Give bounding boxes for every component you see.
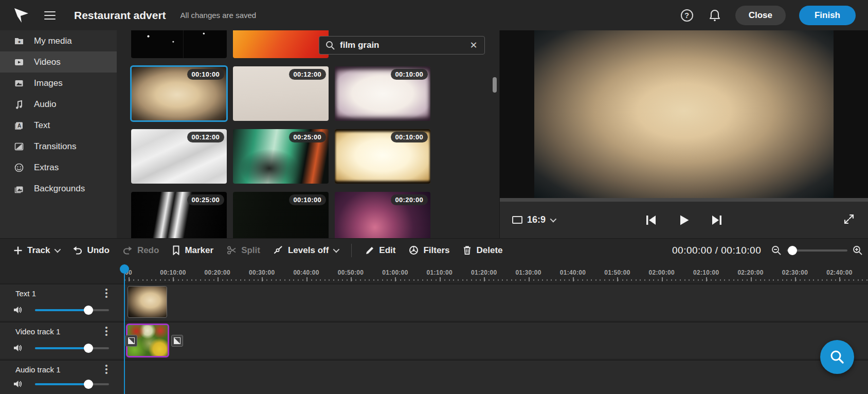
track-options-kebab-icon[interactable]: ••• xyxy=(102,288,111,298)
sidebar-item-label: Backgrounds xyxy=(34,184,85,194)
media-thumbnail-cream-frame-video[interactable]: 00:10:00 xyxy=(335,129,430,184)
ruler-ticks xyxy=(124,279,868,281)
aspect-ratio-button[interactable]: 16:9 xyxy=(512,214,555,225)
toolbar-button-label: Edit xyxy=(379,245,395,256)
ruler-label: 02:00:00 xyxy=(649,269,675,276)
fullscreen-button[interactable] xyxy=(843,213,855,227)
project-title[interactable]: Restaurant advert xyxy=(74,9,166,22)
search-input[interactable] xyxy=(340,40,468,50)
seek-bar[interactable] xyxy=(500,198,868,202)
media-thumbnail-teal-grunge-video[interactable]: 00:25:00 xyxy=(233,129,329,184)
track-button[interactable]: Track xyxy=(13,245,59,256)
preview-video-frame[interactable] xyxy=(534,30,834,198)
sidebar-item-audio[interactable]: Audio xyxy=(0,94,117,115)
media-thumbnail-warm-vignette-video[interactable]: 00:10:00 xyxy=(131,66,227,121)
ruler-label: 00:20:00 xyxy=(205,269,230,276)
sidebar-item-text[interactable]: AText xyxy=(0,115,117,136)
volume-speaker-icon[interactable] xyxy=(13,305,23,317)
filters-button[interactable]: Filters xyxy=(409,245,449,256)
images-icon xyxy=(13,78,25,89)
finish-button[interactable]: Finish xyxy=(799,6,856,25)
ruler-major-tick xyxy=(218,277,219,281)
timeline-zoom-slider[interactable] xyxy=(787,249,847,252)
timeline-ruler[interactable]: 0000:10:0000:20:0000:30:0000:40:0000:50:… xyxy=(0,262,868,283)
close-button[interactable]: Close xyxy=(735,6,786,25)
chevron-down-icon xyxy=(333,246,340,253)
redo-button[interactable]: Redo xyxy=(123,245,159,256)
ruler-major-tick xyxy=(129,277,130,281)
zoom-out-icon[interactable] xyxy=(771,245,782,256)
volume-slider[interactable] xyxy=(35,347,109,349)
app-logo[interactable] xyxy=(12,7,30,24)
toolbar-button-label: Track xyxy=(27,245,50,256)
volume-speaker-icon[interactable] xyxy=(13,379,23,391)
ruler-major-tick xyxy=(795,277,796,281)
sidebar-item-extras[interactable]: Extras xyxy=(0,157,117,178)
ruler-major-tick xyxy=(662,277,663,281)
volume-slider-knob[interactable] xyxy=(84,306,93,315)
timeline-lane-video-track-1[interactable]: Video track 1••• xyxy=(0,321,868,359)
split-button[interactable]: Split xyxy=(227,245,260,256)
ruler-major-tick xyxy=(617,277,618,281)
transition-slot-icon[interactable] xyxy=(125,335,137,347)
hamburger-menu-icon[interactable] xyxy=(44,11,56,20)
playhead-knob[interactable] xyxy=(120,264,129,274)
sidebar-item-my-media[interactable]: ★My media xyxy=(0,30,117,51)
track-header: Video track 1••• xyxy=(0,323,117,359)
audio-note-icon xyxy=(13,99,25,110)
transition-slot-icon[interactable] xyxy=(171,335,183,347)
zoom-in-icon[interactable] xyxy=(853,245,863,256)
clear-search-icon[interactable]: ✕ xyxy=(468,40,479,51)
volume-slider-knob[interactable] xyxy=(84,380,93,389)
media-grid: 00:10:0000:12:0000:10:0000:12:0000:25:00… xyxy=(131,30,430,238)
timeline-lane-audio-track-1[interactable]: Audio track 1••• xyxy=(0,360,868,394)
media-thumbnail-dark-green-video[interactable]: 00:10:00 xyxy=(233,192,329,238)
media-thumbnail-crumpled-paper-video[interactable]: 00:12:00 xyxy=(131,129,227,184)
marker-button[interactable]: Marker xyxy=(172,245,213,256)
media-thumbnail-white-frame-video[interactable]: 00:10:00 xyxy=(335,66,430,121)
preview-stage xyxy=(500,30,868,198)
skip-to-start-button[interactable] xyxy=(645,214,657,226)
sidebar-item-images[interactable]: Images xyxy=(0,73,117,94)
zoom-search-fab[interactable] xyxy=(820,340,854,374)
play-button[interactable] xyxy=(678,214,690,226)
help-icon[interactable]: ? xyxy=(680,8,694,23)
ruler-label: 00:50:00 xyxy=(338,269,364,276)
timeline-lane-text-1[interactable]: Text 1••• xyxy=(0,283,868,320)
media-thumbnail-black-lightleak-video[interactable]: 00:25:00 xyxy=(131,192,227,238)
skip-to-end-button[interactable] xyxy=(711,214,723,226)
track-name: Video track 1 xyxy=(15,327,60,336)
undo-button[interactable]: Undo xyxy=(73,245,109,256)
media-thumbnail-black-specks-video[interactable] xyxy=(131,30,227,58)
volume-slider[interactable] xyxy=(35,383,109,385)
track-options-kebab-icon[interactable]: ••• xyxy=(102,326,111,336)
duration-badge: 00:12:00 xyxy=(289,69,326,80)
duration-badge: 00:20:00 xyxy=(391,194,428,205)
levels-off-button[interactable]: Levels off xyxy=(274,245,338,256)
volume-slider-knob[interactable] xyxy=(84,344,93,353)
ruler-major-tick xyxy=(839,277,840,281)
zoom-slider-knob[interactable] xyxy=(788,246,797,255)
media-thumbnail-purple-nebula-video[interactable]: 00:20:00 xyxy=(335,192,430,238)
text-track-clip[interactable] xyxy=(128,286,167,318)
edit-button[interactable]: Edit xyxy=(365,245,395,256)
media-thumbnail-beige-paper-video[interactable]: 00:12:00 xyxy=(233,66,329,121)
media-scrollbar[interactable] xyxy=(493,77,497,93)
sidebar-item-label: Text xyxy=(34,120,50,131)
extras-smiley-icon xyxy=(13,162,25,173)
notifications-bell-icon[interactable] xyxy=(708,8,722,23)
track-options-kebab-icon[interactable]: ••• xyxy=(102,364,111,374)
volume-slider[interactable] xyxy=(35,309,109,311)
toolbar-button-label: Delete xyxy=(476,245,502,256)
duration-badge: 00:25:00 xyxy=(289,132,326,142)
volume-speaker-icon[interactable] xyxy=(13,343,23,355)
sidebar-item-backgrounds[interactable]: Backgrounds xyxy=(0,178,117,199)
sidebar-item-videos[interactable]: Videos xyxy=(0,51,117,73)
playhead-line[interactable] xyxy=(124,264,125,394)
preview-controls: 16:9 xyxy=(500,202,868,238)
ruler-major-tick xyxy=(262,277,263,281)
sidebar-item-transitions[interactable]: Transitions xyxy=(0,136,117,157)
duration-badge: 00:10:00 xyxy=(289,194,326,205)
media-thumbnail-orange-gradient-video[interactable] xyxy=(233,30,329,58)
delete-button[interactable]: Delete xyxy=(463,245,502,256)
